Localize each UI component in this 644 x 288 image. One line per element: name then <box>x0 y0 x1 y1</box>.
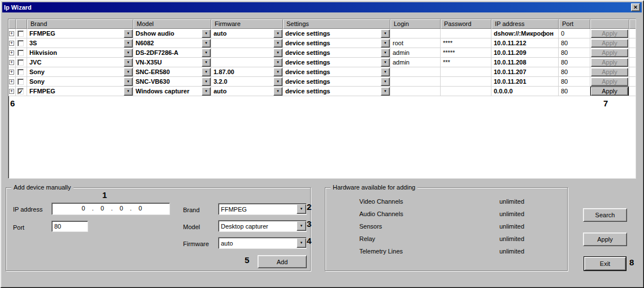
expand-icon[interactable]: + <box>9 60 14 65</box>
chevron-down-icon[interactable]: ▼ <box>273 39 282 48</box>
row-checkbox[interactable]: ✓ <box>18 88 24 94</box>
model-cell[interactable]: DS-2DF7286-A <box>136 49 202 56</box>
settings-cell[interactable]: device settings <box>285 88 381 94</box>
chevron-down-icon[interactable]: ▼ <box>124 29 133 38</box>
close-icon[interactable]: ✕ <box>631 3 640 11</box>
chevron-down-icon[interactable]: ▼ <box>297 238 306 248</box>
header-port[interactable]: Port <box>559 19 590 29</box>
chevron-down-icon[interactable]: ▼ <box>273 49 282 57</box>
row-checkbox[interactable] <box>18 50 24 56</box>
firmware-cell[interactable]: auto <box>214 30 273 37</box>
chevron-down-icon[interactable]: ▼ <box>381 58 390 67</box>
header-brand[interactable]: Brand <box>27 19 133 29</box>
chevron-down-icon[interactable]: ▼ <box>273 29 282 38</box>
row-checkbox[interactable] <box>18 79 24 85</box>
settings-cell[interactable]: device settings <box>285 49 381 56</box>
port-cell[interactable]: 80 <box>561 88 590 94</box>
ip-cell[interactable]: 10.0.11.201 <box>494 78 558 85</box>
row-checkbox[interactable] <box>18 31 24 37</box>
model-select[interactable]: Desktop capturer ▼ <box>218 220 307 232</box>
apply-button[interactable]: Apply <box>591 58 628 67</box>
password-cell[interactable]: **** <box>443 40 491 46</box>
port-cell[interactable]: 0 <box>561 30 590 37</box>
brand-cell[interactable]: 3S <box>29 40 124 46</box>
apply-button[interactable]: Apply <box>591 68 628 76</box>
expand-icon[interactable]: + <box>9 70 14 75</box>
header-model[interactable]: Model <box>133 19 211 29</box>
header-login[interactable]: Login <box>390 19 441 29</box>
apply-button-main[interactable]: Apply <box>583 233 627 246</box>
ip-cell[interactable]: 10.0.11.212 <box>494 40 558 46</box>
login-cell[interactable]: admin <box>393 59 440 66</box>
chevron-down-icon[interactable]: ▼ <box>381 39 390 48</box>
search-button[interactable]: Search <box>583 208 627 222</box>
model-cell[interactable]: SNC-VB630 <box>136 78 202 85</box>
add-button[interactable]: Add <box>258 255 307 268</box>
chevron-down-icon[interactable]: ▼ <box>202 39 211 48</box>
brand-cell[interactable]: JVC <box>29 59 124 66</box>
apply-button[interactable]: Apply <box>591 87 628 96</box>
port-cell[interactable]: 80 <box>561 40 590 46</box>
chevron-down-icon[interactable]: ▼ <box>202 87 211 96</box>
exit-button[interactable]: Exit <box>584 257 626 270</box>
chevron-down-icon[interactable]: ▼ <box>124 87 133 96</box>
row-checkbox[interactable] <box>18 40 24 46</box>
settings-cell[interactable]: device settings <box>285 78 381 85</box>
chevron-down-icon[interactable]: ▼ <box>381 78 390 86</box>
ip-cell[interactable]: dshow://:Микрофон <box>494 30 558 37</box>
chevron-down-icon[interactable]: ▼ <box>202 58 211 67</box>
expand-icon[interactable]: + <box>9 89 14 94</box>
password-cell[interactable]: ***** <box>443 49 491 56</box>
header-settings[interactable]: Settings <box>283 19 390 29</box>
chevron-down-icon[interactable]: ▼ <box>124 49 133 57</box>
apply-button[interactable]: Apply <box>591 29 628 38</box>
brand-cell[interactable]: Sony <box>29 78 124 85</box>
brand-cell[interactable]: Hikvision <box>29 49 124 56</box>
ip-address-input[interactable]: 0 . 0 . 0 . 0 <box>51 203 170 215</box>
brand-cell[interactable]: Sony <box>29 68 124 75</box>
brand-cell[interactable]: FFMPEG <box>29 88 124 94</box>
port-cell[interactable]: 80 <box>561 78 590 85</box>
model-cell[interactable]: VN-X35U <box>136 59 202 66</box>
apply-button[interactable]: Apply <box>591 78 628 86</box>
login-cell[interactable]: admin <box>393 49 440 56</box>
ip-cell[interactable]: 10.0.11.207 <box>494 68 558 75</box>
model-cell[interactable]: Dshow audio <box>136 30 202 37</box>
row-checkbox[interactable] <box>18 59 24 66</box>
ip-cell[interactable]: 10.0.11.208 <box>494 59 558 66</box>
settings-cell[interactable]: device settings <box>285 40 381 46</box>
chevron-down-icon[interactable]: ▼ <box>297 204 306 214</box>
chevron-down-icon[interactable]: ▼ <box>381 87 390 96</box>
firmware-cell[interactable]: auto <box>214 88 273 94</box>
chevron-down-icon[interactable]: ▼ <box>202 78 211 86</box>
settings-cell[interactable]: device settings <box>285 68 381 75</box>
chevron-down-icon[interactable]: ▼ <box>381 49 390 57</box>
chevron-down-icon[interactable]: ▼ <box>202 29 211 38</box>
chevron-down-icon[interactable]: ▼ <box>273 68 282 76</box>
model-cell[interactable]: Windows capturer <box>136 88 202 94</box>
apply-button[interactable]: Apply <box>591 39 628 48</box>
chevron-down-icon[interactable]: ▼ <box>202 49 211 57</box>
chevron-down-icon[interactable]: ▼ <box>273 87 282 96</box>
brand-select[interactable]: FFMPEG ▼ <box>218 203 307 215</box>
firmware-cell[interactable]: 1.87.00 <box>214 68 273 75</box>
title-bar[interactable]: Ip Wizard ✕ <box>2 2 642 12</box>
chevron-down-icon[interactable]: ▼ <box>124 78 133 86</box>
expand-icon[interactable]: + <box>9 79 14 84</box>
password-cell[interactable]: *** <box>443 59 491 66</box>
port-cell[interactable]: 80 <box>561 59 590 66</box>
header-ip[interactable]: IP address <box>491 19 559 29</box>
port-input[interactable]: 80 <box>51 221 88 232</box>
chevron-down-icon[interactable]: ▼ <box>273 58 282 67</box>
model-cell[interactable]: N6082 <box>136 40 202 46</box>
header-password[interactable]: Password <box>441 19 491 29</box>
ip-cell[interactable]: 10.0.11.209 <box>494 49 558 56</box>
login-cell[interactable]: root <box>393 40 440 46</box>
chevron-down-icon[interactable]: ▼ <box>381 68 390 76</box>
brand-cell[interactable]: FFMPEG <box>29 30 124 37</box>
model-cell[interactable]: SNC-ER580 <box>136 68 202 75</box>
settings-cell[interactable]: device settings <box>285 30 381 37</box>
settings-cell[interactable]: device settings <box>285 59 381 66</box>
expand-icon[interactable]: + <box>9 41 14 46</box>
chevron-down-icon[interactable]: ▼ <box>273 78 282 86</box>
